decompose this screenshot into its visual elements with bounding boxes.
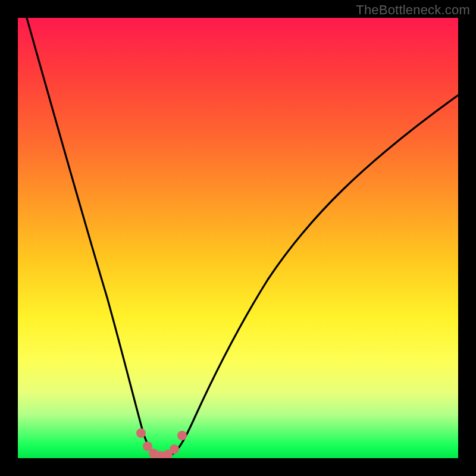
bottleneck-marker bbox=[136, 428, 146, 438]
chart-plot-area bbox=[18, 18, 458, 458]
bottleneck-chart-svg bbox=[18, 18, 458, 458]
bottleneck-curve-left bbox=[27, 18, 156, 456]
watermark-text: TheBottleneck.com bbox=[356, 2, 470, 18]
bottleneck-curve-right bbox=[170, 95, 458, 456]
bottleneck-marker-group bbox=[136, 428, 187, 458]
bottleneck-marker bbox=[170, 444, 179, 454]
bottleneck-marker bbox=[177, 431, 187, 440]
